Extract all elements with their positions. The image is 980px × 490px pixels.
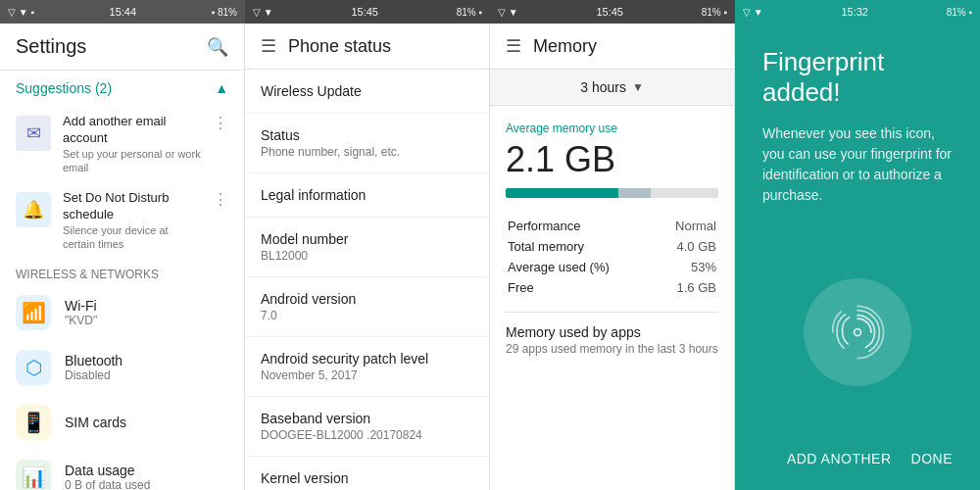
bell-icon: 🔔: [16, 192, 51, 227]
phone-status-header: ☰ Phone status: [245, 24, 489, 70]
stat-performance: Performance Normal: [508, 216, 716, 236]
more-icon-dnd[interactable]: ⋮: [213, 190, 228, 209]
bluetooth-subtitle: Disabled: [65, 368, 228, 382]
settings-data[interactable]: 📊 Data usage 0 B of data used: [0, 450, 244, 490]
battery-1: ▪ 81%: [212, 7, 237, 18]
data-usage-icon: 📊: [16, 460, 51, 490]
status-bars: ▽ ▼ ▪ 15:44 ▪ 81% ▽ ▼ 15:45 81% ▪ ▽ ▼ 15…: [0, 0, 980, 24]
status-bar-4: ▽ ▼ 15:32 81% ▪: [735, 0, 980, 24]
memory-title: Memory: [533, 36, 597, 57]
menu-status[interactable]: Status Phone number, signal, etc.: [245, 114, 489, 173]
suggestion-dnd-subtitle: Silence your device at certain times: [63, 223, 201, 252]
status-bar-2: ▽ ▼ 15:45 81% ▪: [245, 0, 490, 24]
menu-android-version[interactable]: Android version 7.0: [245, 277, 489, 337]
avg-memory-label: Average memory use: [506, 122, 718, 135]
settings-bluetooth[interactable]: ⬡ Bluetooth Disabled: [0, 340, 244, 395]
menu-model[interactable]: Model number BL12000: [245, 218, 489, 277]
search-icon[interactable]: 🔍: [207, 36, 228, 58]
settings-header: Settings 🔍: [0, 24, 244, 71]
dropdown-icon[interactable]: ▼: [632, 80, 644, 94]
stat-avg-value: 53%: [691, 260, 716, 274]
suggestion-dnd-title: Set Do Not Disturb schedule: [63, 190, 201, 223]
memory-hamburger-icon[interactable]: ☰: [506, 35, 521, 57]
sim-title: SIM cards: [65, 415, 228, 430]
suggestion-dnd-text: Set Do Not Disturb schedule Silence your…: [63, 190, 201, 251]
menu-legal[interactable]: Legal information: [245, 173, 489, 218]
fingerprint-title: Fingerprint added!: [762, 47, 953, 108]
sim-text: SIM cards: [65, 415, 228, 430]
stat-avg: Average used (%) 53%: [508, 257, 716, 277]
stat-free-label: Free: [508, 280, 534, 295]
legal-title: Legal information: [261, 187, 473, 203]
more-icon-email[interactable]: ⋮: [213, 114, 228, 132]
time-3: 15:45: [596, 6, 623, 18]
suggestions-header[interactable]: Suggestions (2) ▲: [0, 71, 244, 106]
svg-point-0: [855, 329, 861, 336]
wifi-icon: 📶: [16, 295, 51, 330]
memory-bar-used: [506, 188, 618, 198]
suggestion-email-subtitle: Set up your personal or work email: [63, 147, 201, 175]
bluetooth-title: Bluetooth: [65, 353, 228, 368]
memory-content: Average memory use 2.1 GB Performance No…: [490, 106, 734, 371]
wifi-title: Wi-Fi: [65, 298, 228, 314]
fingerprint-circle: [804, 278, 911, 386]
stat-total-value: 4.0 GB: [677, 239, 716, 254]
signal-icons-1: ▽ ▼ ▪: [8, 7, 34, 18]
stat-performance-value: Normal: [675, 219, 716, 233]
kernel-title: Kernel version: [261, 470, 473, 486]
fingerprint-icon-container: [762, 225, 953, 439]
data-text: Data usage 0 B of data used: [65, 463, 228, 490]
stat-total: Total memory 4.0 GB: [508, 236, 716, 257]
panel-fingerprint: Fingerprint added! Whenever you see this…: [735, 24, 980, 490]
status-bar-1: ▽ ▼ ▪ 15:44 ▪ 81%: [0, 0, 245, 24]
data-subtitle: 0 B of data used: [65, 478, 228, 490]
time-value: 3 hours: [580, 79, 626, 95]
suggestion-dnd[interactable]: 🔔 Set Do Not Disturb schedule Silence yo…: [0, 182, 244, 259]
memory-stats-table: Performance Normal Total memory 4.0 GB A…: [506, 214, 718, 300]
status-bar-3: ▽ ▼ 15:45 81% ▪: [490, 0, 735, 24]
signal-icons-4: ▽ ▼: [743, 7, 763, 18]
suggestion-email-title: Add another email account: [63, 114, 201, 147]
wireless-update-title: Wireless Update: [261, 83, 473, 99]
email-icon: ✉: [16, 116, 51, 151]
settings-sim[interactable]: 📱 SIM cards: [0, 395, 244, 450]
memory-divider: [506, 312, 718, 313]
suggestion-email[interactable]: ✉ Add another email account Set up your …: [0, 106, 244, 182]
time-selector[interactable]: 3 hours ▼: [490, 70, 734, 106]
security-patch-subtitle: November 5, 2017: [261, 368, 473, 382]
bluetooth-text: Bluetooth Disabled: [65, 353, 228, 382]
fingerprint-description: Whenever you see this icon, you can use …: [762, 123, 953, 206]
wireless-section-header: Wireless & networks: [0, 260, 244, 285]
data-title: Data usage: [65, 463, 228, 478]
wifi-text: Wi-Fi "KVD": [65, 298, 228, 327]
stat-total-label: Total memory: [508, 239, 584, 254]
menu-kernel[interactable]: Kernel version 3.18.35DOGEEinfo@doogee.c…: [245, 457, 489, 490]
stat-free-value: 1.6 GB: [677, 280, 716, 295]
menu-wireless-update[interactable]: Wireless Update: [245, 70, 489, 114]
battery-3: 81% ▪: [702, 7, 727, 18]
sim-icon: 📱: [16, 405, 51, 440]
done-button[interactable]: DONE: [911, 451, 953, 466]
hamburger-icon[interactable]: ☰: [261, 35, 276, 57]
memory-apps-subtitle: 29 apps used memory in the last 3 hours: [506, 342, 718, 356]
stat-free: Free 1.6 GB: [508, 277, 716, 298]
baseband-subtitle: DOOGEE-BL12000 .20170824: [261, 428, 473, 442]
wifi-subtitle: "KVD": [65, 314, 228, 327]
panels: Settings 🔍 Suggestions (2) ▲ ✉ Add anoth…: [0, 24, 980, 490]
menu-baseband[interactable]: Baseband version DOOGEE-BL12000 .2017082…: [245, 397, 489, 457]
panel-settings: Settings 🔍 Suggestions (2) ▲ ✉ Add anoth…: [0, 24, 245, 490]
memory-bar: [506, 188, 718, 198]
memory-header: ☰ Memory: [490, 24, 734, 70]
chevron-up-icon: ▲: [215, 80, 228, 96]
battery-4: 81% ▪: [947, 7, 972, 18]
avg-memory-value: 2.1 GB: [506, 139, 718, 180]
time-1: 15:44: [110, 6, 137, 18]
add-another-button[interactable]: ADD ANOTHER: [787, 451, 892, 466]
bluetooth-icon: ⬡: [16, 350, 51, 385]
settings-wifi[interactable]: 📶 Wi-Fi "KVD": [0, 285, 244, 340]
phone-status-title: Phone status: [288, 36, 391, 57]
suggestions-label: Suggestions (2): [16, 80, 112, 96]
menu-security-patch[interactable]: Android security patch level November 5,…: [245, 337, 489, 397]
settings-title: Settings: [16, 35, 86, 58]
signal-icons-3: ▽ ▼: [498, 7, 518, 18]
